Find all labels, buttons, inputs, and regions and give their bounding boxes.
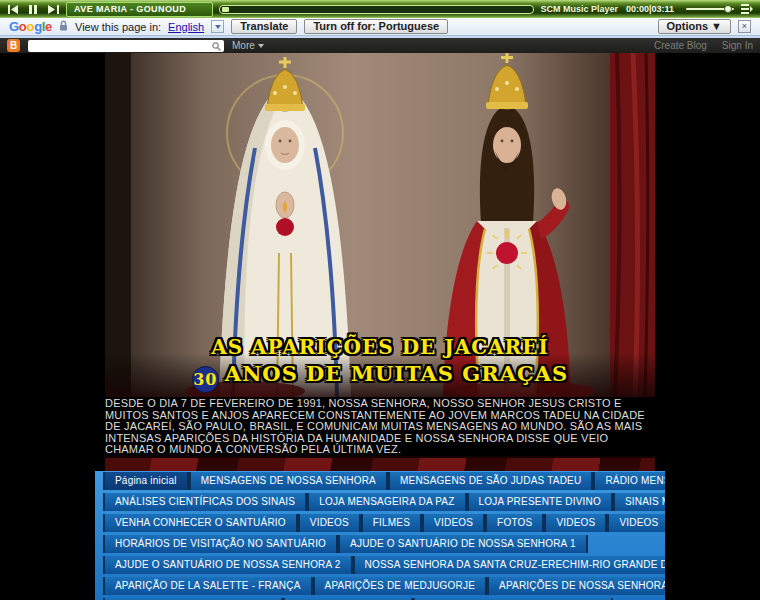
menu-row: Página inicialMENSAGENS DE NOSSA SENHORA… <box>103 472 665 490</box>
intro-paragraph: DESDE O DIA 7 DE FEVEREIRO DE 1991, NOSS… <box>105 398 657 456</box>
translate-bar: Google View this page in: English Transl… <box>0 18 760 36</box>
menu-button[interactable]: VIDEOS <box>422 514 485 532</box>
progress-bar[interactable] <box>219 5 534 14</box>
time-display: 00:00|03:11 <box>626 4 674 14</box>
menu-row: AJUDE O SANTUÁRIO DE NOSSA SENHORA 2NOSS… <box>103 556 665 574</box>
page-body: AS APARIÇÕES DE JACAREÍ 30ANOS DE MUITAS… <box>0 53 760 600</box>
lock-icon <box>59 20 68 33</box>
volume-slider[interactable] <box>686 4 734 14</box>
red-banner <box>105 456 655 472</box>
close-icon[interactable]: × <box>738 20 751 33</box>
menu-button[interactable]: SINAIS MILAGROSOS <box>613 493 665 511</box>
menu-button[interactable]: MENSAGENS DE SÃO JUDAS TADEU <box>388 472 593 490</box>
view-page-label: View this page in: <box>75 21 161 33</box>
anniversary-badge: 30 <box>192 366 219 393</box>
menu-button[interactable]: VIDEOS <box>607 514 665 532</box>
title-line-2: 30ANOS DE MUITAS GRAÇAS <box>105 361 655 393</box>
navbar-right: Create Blog Sign In <box>654 40 753 51</box>
track-title: AVE MARIA - GOUNOUD <box>66 2 213 17</box>
menu-button[interactable]: ANÁLISES CIENTÍFICAS DOS SINAIS <box>103 493 307 511</box>
menu-button[interactable]: APARIÇÃO DE LA SALETTE - FRANÇA <box>103 577 313 595</box>
blogger-navbar: B More Create Blog Sign In <box>0 36 760 53</box>
more-label: More <box>232 40 255 51</box>
blogger-logo-icon[interactable]: B <box>7 39 20 52</box>
menu-button[interactable]: NOSSA SENHORA DA SANTA CRUZ-ERECHIM-RIO … <box>353 556 665 574</box>
pause-icon[interactable] <box>26 3 40 15</box>
translate-button[interactable]: Translate <box>231 19 297 34</box>
menu-button[interactable]: RÁDIO MENSAGEIRA DA PAZ <box>593 472 665 490</box>
more-menu[interactable]: More <box>232 40 264 51</box>
menu-row: HORÁRIOS DE VISITAÇÃO NO SANTUÁRIOAJUDE … <box>103 535 665 553</box>
menu-row: VENHA CONHECER O SANTUÁRIOVIDEOSFILMESVI… <box>103 514 665 532</box>
menu-button[interactable]: FOTOS <box>485 514 544 532</box>
google-logo: Google <box>9 19 52 34</box>
hero-title: AS APARIÇÕES DE JACAREÍ 30ANOS DE MUITAS… <box>105 335 655 393</box>
options-button[interactable]: Options ▼ <box>658 19 732 34</box>
create-blog-link[interactable]: Create Blog <box>654 40 707 51</box>
menu-button[interactable]: MENSAGENS DE NOSSA SENHORA <box>189 472 388 490</box>
language-dropdown[interactable] <box>211 20 224 33</box>
menu-button[interactable]: VENHA CONHECER O SANTUÁRIO <box>103 514 298 532</box>
menu-row: APARIÇÃO DE LA SALETTE - FRANÇAAPARIÇÕES… <box>103 577 665 595</box>
menu-button[interactable]: APARIÇÕES DE NOSSA SENHORA DAS LÁGRIMAS <box>487 577 665 595</box>
search-input[interactable] <box>31 41 212 51</box>
chevron-down-icon <box>258 44 264 48</box>
title-line-1: AS APARIÇÕES DE JACAREÍ <box>105 335 655 359</box>
language-link[interactable]: English <box>168 21 204 33</box>
next-track-icon[interactable] <box>46 3 60 15</box>
menu-button[interactable]: HORÁRIOS DE VISITAÇÃO NO SANTUÁRIO <box>103 535 338 553</box>
chevron-down-icon <box>215 25 221 29</box>
menu-button[interactable]: Página inicial <box>103 472 189 490</box>
search-icon[interactable] <box>212 37 221 55</box>
player-name: SCM Music Player <box>540 4 618 14</box>
progress-knob[interactable] <box>222 7 229 12</box>
menu-button[interactable]: LOJA MENSAGEIRA DA PAZ <box>307 493 466 511</box>
music-player-bar: AVE MARIA - GOUNOUD SCM Music Player 00:… <box>0 0 760 18</box>
volume-knob[interactable] <box>724 5 732 13</box>
hero-image: AS APARIÇÕES DE JACAREÍ 30ANOS DE MUITAS… <box>105 53 655 397</box>
playlist-icon[interactable] <box>740 3 754 15</box>
menu-button[interactable]: AJUDE O SANTUÁRIO DE NOSSA SENHORA 2 <box>103 556 353 574</box>
title-line-2-text: ANOS DE MUITAS GRAÇAS <box>225 361 568 386</box>
turn-off-button[interactable]: Turn off for: Portuguese <box>304 19 448 34</box>
previous-track-icon[interactable] <box>6 3 20 15</box>
menu-button[interactable]: FILMES <box>361 514 422 532</box>
screen: AVE MARIA - GOUNOUD SCM Music Player 00:… <box>0 0 760 600</box>
sign-in-link[interactable]: Sign In <box>722 40 753 51</box>
menu-row: ANÁLISES CIENTÍFICAS DOS SINAISLOJA MENS… <box>103 493 665 511</box>
menu-button[interactable]: APARIÇÕES DE MEDJUGORJE <box>313 577 488 595</box>
menu-button[interactable]: VIDEOS <box>298 514 361 532</box>
navbar-search <box>28 40 224 52</box>
navigation-menu: Página inicialMENSAGENS DE NOSSA SENHORA… <box>95 471 665 600</box>
menu-button[interactable]: AJUDE O SANTUÁRIO DE NOSSA SENHORA 1 <box>338 535 588 553</box>
menu-button[interactable]: LOJA PRESENTE DIVINO <box>467 493 613 511</box>
menu-button[interactable]: VIDEOS <box>544 514 607 532</box>
